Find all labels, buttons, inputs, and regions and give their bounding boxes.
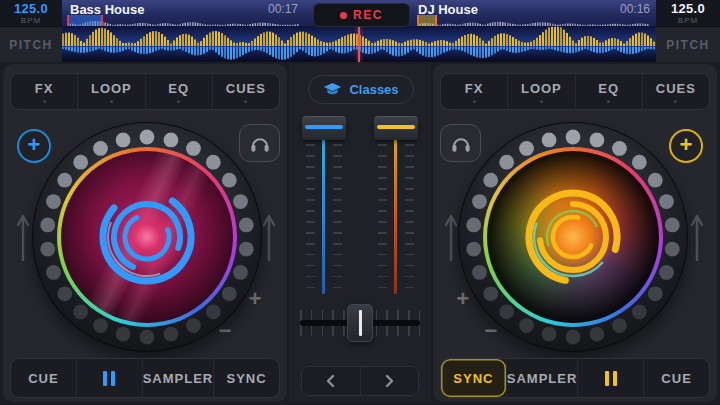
right-jog-wheel[interactable] bbox=[458, 122, 688, 352]
left-sampler-button[interactable]: SAMPLER bbox=[142, 359, 214, 397]
left-volume-ticks bbox=[306, 144, 315, 294]
right-cues-tab-label: CUES bbox=[656, 81, 696, 96]
right-sampler-label: SAMPLER bbox=[507, 371, 578, 386]
record-dot-icon bbox=[340, 12, 347, 19]
left-play-pause-button[interactable] bbox=[76, 359, 142, 397]
left-track-time: 00:17 bbox=[268, 2, 298, 16]
tab-indicator-dot bbox=[674, 100, 677, 103]
left-jog-wheel[interactable] bbox=[32, 122, 262, 352]
right-cue-label: CUE bbox=[661, 371, 691, 386]
right-bpm-label: BPM bbox=[678, 16, 698, 25]
left-fx-tab-label: FX bbox=[35, 81, 54, 96]
tab-indicator-dot bbox=[43, 100, 46, 103]
pause-icon bbox=[605, 371, 617, 386]
classes-label: Classes bbox=[349, 82, 398, 97]
right-track-time: 00:16 bbox=[620, 2, 650, 16]
right-fx-tab[interactable]: FX bbox=[441, 74, 507, 109]
tab-indicator-dot bbox=[244, 100, 247, 103]
tab-indicator-dot bbox=[607, 100, 610, 103]
right-cues-tab[interactable]: CUES bbox=[642, 74, 709, 109]
right-fx-tab-row: FX LOOP EQ CUES bbox=[440, 73, 710, 110]
tab-indicator-dot bbox=[177, 100, 180, 103]
right-volume-track[interactable] bbox=[394, 120, 397, 294]
right-pitch-button[interactable]: PITCH bbox=[656, 26, 720, 62]
left-eq-tab[interactable]: EQ bbox=[145, 74, 212, 109]
left-sync-button[interactable]: SYNC bbox=[213, 359, 279, 397]
left-bpm-label: BPM bbox=[21, 16, 41, 25]
tab-indicator-dot bbox=[540, 100, 543, 103]
left-pitch-button[interactable]: PITCH bbox=[0, 26, 62, 62]
prev-deck-button[interactable] bbox=[302, 367, 360, 395]
chevron-left-icon bbox=[325, 374, 337, 388]
record-button[interactable]: REC bbox=[313, 3, 410, 27]
left-cues-tab-label: CUES bbox=[226, 81, 266, 96]
tab-indicator-dot bbox=[473, 100, 476, 103]
left-cues-tab[interactable]: CUES bbox=[212, 74, 279, 109]
right-track-progress-region bbox=[417, 15, 437, 26]
right-deck-panel: FX LOOP EQ CUES + + − bbox=[433, 64, 717, 402]
left-bpm-value: 125.0 bbox=[14, 2, 48, 15]
left-pitch-bend-up-arrow-icon bbox=[261, 210, 277, 264]
right-loop-tab-label: LOOP bbox=[521, 81, 562, 96]
left-volume-ticks bbox=[333, 144, 342, 294]
left-eq-tab-label: EQ bbox=[168, 81, 189, 96]
playhead-marker bbox=[358, 26, 360, 62]
right-fx-tab-label: FX bbox=[465, 81, 484, 96]
pause-icon bbox=[103, 371, 115, 386]
left-disc-rings-icon bbox=[87, 177, 207, 297]
right-volume-fader[interactable] bbox=[374, 116, 418, 140]
right-volume-ticks bbox=[378, 144, 387, 294]
right-eq-tab[interactable]: EQ bbox=[575, 74, 642, 109]
left-cue-label: CUE bbox=[28, 371, 58, 386]
left-volume-fader[interactable] bbox=[302, 116, 346, 140]
right-pitch-bend-up-arrow-icon bbox=[689, 210, 705, 264]
right-play-pause-button[interactable] bbox=[577, 359, 643, 397]
graduation-cap-icon bbox=[323, 82, 342, 98]
record-label: REC bbox=[353, 8, 383, 22]
left-bpm-display[interactable]: 125.0 BPM bbox=[0, 0, 62, 26]
left-sampler-label: SAMPLER bbox=[143, 371, 214, 386]
left-loop-tab[interactable]: LOOP bbox=[77, 74, 144, 109]
right-cue-button[interactable]: CUE bbox=[643, 359, 709, 397]
right-eq-tab-label: EQ bbox=[598, 81, 619, 96]
right-pitch-label: PITCH bbox=[666, 38, 710, 52]
left-volume-track[interactable] bbox=[322, 120, 325, 294]
right-sync-label: SYNC bbox=[453, 371, 493, 386]
right-bpm-value: 125.0 bbox=[671, 2, 705, 15]
left-disc-rim bbox=[57, 147, 237, 327]
right-loop-tab[interactable]: LOOP bbox=[507, 74, 574, 109]
deck-switch-row bbox=[301, 366, 419, 396]
right-sync-button[interactable]: SYNC bbox=[441, 359, 506, 397]
chevron-right-icon bbox=[383, 374, 395, 388]
right-disc-artwork bbox=[487, 151, 659, 323]
left-disc-artwork bbox=[61, 151, 233, 323]
next-deck-button[interactable] bbox=[360, 367, 419, 395]
tab-indicator-dot bbox=[110, 100, 113, 103]
left-cue-button[interactable]: CUE bbox=[11, 359, 76, 397]
classes-button[interactable]: Classes bbox=[308, 75, 414, 104]
mixer-panel: Classes bbox=[289, 64, 431, 402]
right-pitch-bend-up-arrow-icon bbox=[443, 210, 459, 264]
right-volume-ticks bbox=[405, 144, 414, 294]
right-disc-rim bbox=[483, 147, 663, 327]
right-disc-rings-icon bbox=[513, 177, 633, 297]
left-loop-tab-label: LOOP bbox=[91, 81, 132, 96]
scrolling-waveform[interactable] bbox=[62, 26, 656, 62]
dj-app: Bass House 00:17 DJ House 00:16 REC 125.… bbox=[0, 0, 720, 405]
right-transport-row: SYNC SAMPLER CUE bbox=[440, 358, 710, 398]
left-pitch-bend-up-arrow-icon bbox=[15, 210, 31, 264]
right-track-info: DJ House 00:16 bbox=[418, 2, 650, 16]
right-bpm-display[interactable]: 125.0 BPM bbox=[656, 0, 720, 26]
left-track-progress-region bbox=[67, 15, 103, 26]
crossfader-knob[interactable] bbox=[347, 304, 373, 342]
left-fx-tab-row: FX LOOP EQ CUES bbox=[10, 73, 280, 110]
right-sampler-button[interactable]: SAMPLER bbox=[506, 359, 578, 397]
left-transport-row: CUE SAMPLER SYNC bbox=[10, 358, 280, 398]
left-pitch-label: PITCH bbox=[9, 38, 53, 52]
left-track-info: Bass House 00:17 bbox=[70, 2, 298, 16]
left-fx-tab[interactable]: FX bbox=[11, 74, 77, 109]
left-sync-label: SYNC bbox=[227, 371, 267, 386]
left-deck-panel: FX LOOP EQ CUES + + − bbox=[3, 64, 287, 402]
right-track-overview-waveform[interactable] bbox=[417, 16, 649, 25]
left-track-overview-waveform[interactable] bbox=[67, 16, 299, 25]
